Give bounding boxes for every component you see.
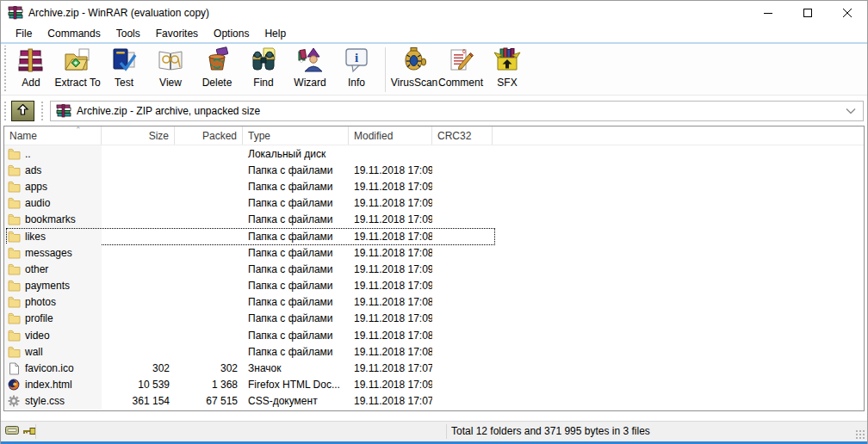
- view-button[interactable]: View: [147, 46, 194, 94]
- file-modified-cell: 19.11.2018 17:09: [349, 212, 432, 228]
- table-row[interactable]: appsПапка с файлами19.11.2018 17:09: [4, 178, 864, 194]
- file-name-label: profile: [25, 312, 53, 324]
- maximize-button[interactable]: [788, 1, 828, 25]
- table-row[interactable]: likesПапка с файлами19.11.2018 17:08: [4, 228, 864, 244]
- folder-icon: [7, 163, 21, 176]
- sfx-button[interactable]: SFX: [484, 46, 530, 94]
- info-icon: i: [342, 46, 371, 75]
- file-crc32-cell: [432, 360, 493, 376]
- find-button[interactable]: Find: [240, 46, 287, 94]
- table-row[interactable]: ..Локальный диск: [4, 145, 864, 162]
- file-name-cell: apps: [4, 178, 102, 194]
- table-row[interactable]: photosПапка с файлами19.11.2018 17:08: [4, 294, 864, 311]
- file-list-body: ..Локальный диск adsПапка с файлами19.11…: [4, 145, 864, 410]
- table-row[interactable]: videoПапка с файлами19.11.2018 17:08: [4, 327, 864, 343]
- menu-item-options[interactable]: Options: [206, 26, 257, 42]
- file-size-cell: [102, 228, 175, 244]
- gear-icon: [7, 395, 21, 408]
- toolbar-button-label: Extract To: [54, 77, 100, 89]
- menu-item-favorites[interactable]: Favorites: [148, 26, 206, 42]
- column-header-type[interactable]: Type: [243, 126, 349, 145]
- file-modified-cell: 19.11.2018 17:08: [349, 327, 432, 343]
- column-header-size[interactable]: Size: [102, 126, 175, 145]
- file-name-label: ..: [25, 148, 31, 160]
- folder-icon: [7, 296, 21, 309]
- info-button[interactable]: iInfo: [333, 46, 380, 94]
- table-row[interactable]: profileПапка с файлами19.11.2018 17:09: [4, 311, 864, 327]
- file-type-cell: Папка с файлами: [243, 228, 349, 244]
- menu-item-commands[interactable]: Commands: [40, 26, 108, 42]
- menu-item-file[interactable]: File: [8, 26, 40, 42]
- file-name-cell: favicon.ico: [4, 360, 102, 376]
- column-header-crc32[interactable]: CRC32: [432, 126, 493, 145]
- add-button[interactable]: Add: [8, 46, 54, 94]
- file-size-cell: [102, 162, 175, 178]
- comment-button[interactable]: 6 Comment: [437, 46, 484, 94]
- extract-to-button[interactable]: Extract To: [54, 46, 101, 94]
- column-header-modified[interactable]: Modified: [349, 126, 432, 145]
- statusbar-separator-2: [446, 424, 447, 439]
- table-row[interactable]: index.html10 5391 368Firefox HTML Doc...…: [4, 377, 864, 393]
- table-row[interactable]: messagesПапка с файлами19.11.2018 17:08: [4, 244, 864, 261]
- window-resize-grip[interactable]: [855, 429, 865, 440]
- wizard-button[interactable]: Wizard: [287, 46, 333, 94]
- file-size-cell: [102, 178, 175, 194]
- file-crc32-cell: [432, 178, 493, 194]
- test-button[interactable]: Test: [101, 46, 147, 94]
- file-crc32-cell: [432, 278, 493, 294]
- column-header-packed[interactable]: Packed: [175, 126, 243, 145]
- file-packed-cell: [175, 195, 243, 212]
- table-row[interactable]: paymentsПапка с файлами19.11.2018 17:09: [4, 278, 864, 294]
- minimize-button[interactable]: [748, 1, 788, 25]
- file-size-cell: [102, 294, 175, 311]
- file-modified-cell: 19.11.2018 17:09: [349, 377, 432, 393]
- file-name-cell: video: [4, 327, 102, 343]
- sort-ascending-icon: ⌃: [75, 126, 82, 133]
- toolbar-button-label: Add: [22, 77, 40, 89]
- column-header-name[interactable]: Name ⌃: [4, 126, 102, 145]
- address-gripper-2[interactable]: [40, 100, 45, 122]
- svg-text:6: 6: [462, 48, 466, 54]
- up-directory-button[interactable]: [11, 101, 34, 121]
- file-crc32-cell: [432, 212, 493, 228]
- file-name-cell: ..: [4, 145, 102, 162]
- file-type-cell: CSS-документ: [243, 393, 349, 410]
- file-name-cell: other: [4, 261, 102, 277]
- file-type-cell: Папка с файлами: [243, 343, 349, 360]
- table-row[interactable]: adsПапка с файлами19.11.2018 17:09: [4, 162, 864, 178]
- file-name-cell: messages: [4, 244, 102, 261]
- file-name-cell: bookmarks: [4, 212, 102, 228]
- toolbar-button-label: View: [159, 77, 182, 89]
- winrar-book-icon: [56, 104, 71, 118]
- toolbar-button-label: VirusScan: [391, 77, 437, 89]
- disk-icon[interactable]: [5, 425, 19, 438]
- archive-path-combobox[interactable]: Archive.zip - ZIP archive, unpacked size: [50, 101, 864, 121]
- virusscan-button[interactable]: VirusScan: [391, 46, 437, 94]
- address-gripper-1[interactable]: [3, 100, 8, 122]
- file-list: Name ⌃ Size Packed Type Modified CRC32 .…: [3, 126, 865, 411]
- comment-icon: 6: [446, 46, 475, 75]
- file-name-label: style.css: [25, 395, 65, 407]
- table-row[interactable]: bookmarksПапка с файлами19.11.2018 17:09: [4, 212, 864, 228]
- delete-button[interactable]: Delete: [194, 46, 240, 94]
- table-row[interactable]: favicon.ico302302Значок19.11.2018 17:07: [4, 360, 864, 376]
- file-packed-cell: [175, 178, 243, 194]
- table-row[interactable]: otherПапка с файлами19.11.2018 17:09: [4, 261, 864, 277]
- table-row[interactable]: wallПапка с файлами19.11.2018 17:08: [4, 343, 864, 360]
- extract-to-icon: [63, 46, 92, 75]
- file-size-cell: 10 539: [102, 377, 175, 393]
- file-modified-cell: 19.11.2018 17:08: [349, 294, 432, 311]
- file-crc32-cell: [432, 311, 493, 327]
- key-icon[interactable]: [22, 426, 36, 438]
- menu-item-tools[interactable]: Tools: [108, 26, 148, 42]
- folder-icon: [7, 345, 21, 358]
- file-type-cell: Папка с файлами: [243, 212, 349, 228]
- close-button[interactable]: [828, 1, 867, 25]
- table-row[interactable]: audioПапка с файлами19.11.2018 17:09: [4, 195, 864, 212]
- table-row[interactable]: style.css361 15467 515CSS-документ19.11.…: [4, 393, 864, 410]
- chevron-down-icon[interactable]: [842, 108, 859, 114]
- folder-icon: [7, 280, 21, 293]
- file-crc32-cell: [432, 195, 493, 212]
- file-size-cell: [102, 145, 175, 162]
- menu-item-help[interactable]: Help: [257, 26, 294, 42]
